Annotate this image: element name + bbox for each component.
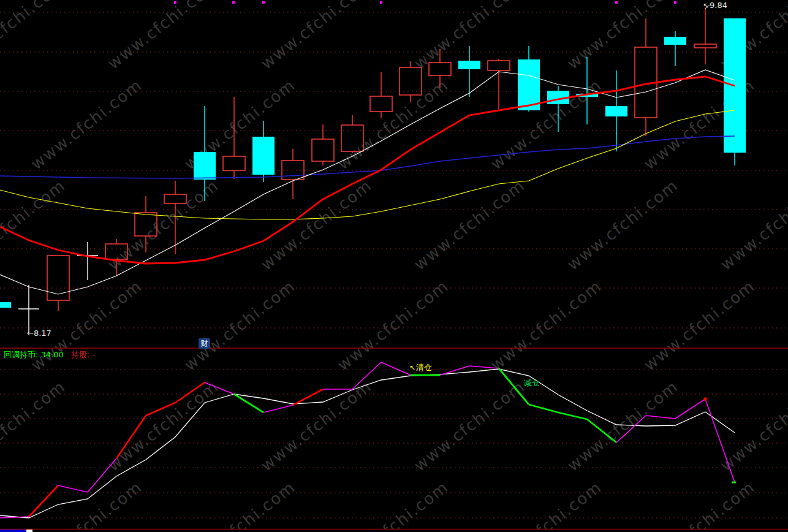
reduce-position-text: 减仓 — [524, 378, 540, 387]
candle-up — [47, 256, 69, 300]
indicator-fast-segment-magenta — [263, 405, 293, 412]
indicator-fast-segment-magenta — [646, 416, 675, 419]
reduce-position-annotation: 减仓 — [524, 378, 540, 389]
indicator-fast-segment-green — [234, 394, 263, 412]
candle-up — [400, 67, 422, 95]
indicator-fast-segment-magenta — [58, 485, 88, 492]
indicator-fast-segment-green — [529, 405, 558, 412]
candle-up — [105, 244, 127, 259]
indicator-fast-segment-red — [175, 382, 205, 403]
indicator-tab-cai[interactable]: 财 — [199, 338, 210, 349]
indicator-holding-value: 持股: - — [71, 350, 95, 359]
indicator-fast-segment-magenta — [205, 382, 234, 394]
top-signal-marker — [174, 1, 176, 4]
top-signal-marker — [674, 1, 676, 4]
edge-candle — [0, 302, 11, 308]
indicator-slow-line — [0, 369, 735, 518]
indicator-fast-segment-magenta — [381, 362, 411, 375]
stock-chart-app: www.cfchi.comwww.cfchi.comwww.cfchi.comw… — [0, 0, 788, 532]
high-price-label: ↖9.84 — [703, 1, 727, 10]
chart-canvas[interactable] — [0, 0, 788, 532]
ma-line-yellow — [0, 110, 735, 219]
indicator-fast-segment-red — [29, 485, 58, 517]
top-signal-marker — [380, 1, 382, 4]
indicator-fast-segment-magenta — [616, 416, 646, 443]
candle-down — [518, 59, 540, 110]
low-price-label: ←8.17 — [27, 329, 51, 338]
indicator-fast-segment-magenta — [675, 399, 705, 419]
indicator-cash-value: 回调持币: 34.00 — [4, 350, 64, 359]
candle-down — [664, 37, 686, 45]
indicator-fast-segment-green — [558, 412, 587, 419]
arrow-up-left-icon: ↖ — [703, 1, 709, 10]
clear-position-text: 清仓 — [416, 363, 432, 372]
indicator-fast-segment-red — [116, 416, 146, 458]
ma-line-red — [0, 77, 735, 264]
ma-line-white — [0, 70, 735, 294]
high-price-value: 9.84 — [710, 1, 727, 10]
ma-line-blue — [0, 136, 735, 178]
top-signal-marker — [615, 1, 618, 4]
top-signal-marker — [232, 1, 235, 4]
sub-indicator-header: 回调持币: 34.00持股: - — [4, 349, 95, 360]
candle-up — [488, 61, 510, 70]
candle-down — [605, 106, 627, 116]
bottom-scroll-bar[interactable] — [0, 530, 26, 532]
sell-signal-dot — [704, 398, 707, 401]
candle-down — [252, 137, 275, 175]
top-signal-marker — [262, 1, 265, 4]
candle-down — [458, 61, 480, 69]
indicator-fast-segment-red — [146, 403, 175, 416]
indicator-fast-segment-magenta — [469, 366, 499, 368]
candle-down — [194, 152, 216, 180]
indicator-fast-segment-magenta — [705, 399, 735, 482]
candle-up — [694, 44, 716, 48]
clear-position-annotation: ↖清仓 — [409, 362, 432, 373]
candle-up — [370, 96, 392, 112]
indicator-fast-segment-magenta — [440, 366, 469, 375]
arrow-left-icon: ← — [27, 329, 34, 338]
bottom-scroll-thumb[interactable] — [26, 530, 32, 532]
arrow-up-left-icon: ↖ — [409, 363, 415, 372]
candle-up — [341, 125, 363, 151]
candle-up — [429, 63, 451, 75]
bottom-strip — [0, 530, 788, 532]
low-price-value: 8.17 — [34, 329, 51, 338]
candle-up — [135, 213, 157, 236]
candle-up — [164, 194, 186, 203]
candle-up — [312, 139, 334, 161]
candle-up — [223, 156, 245, 170]
